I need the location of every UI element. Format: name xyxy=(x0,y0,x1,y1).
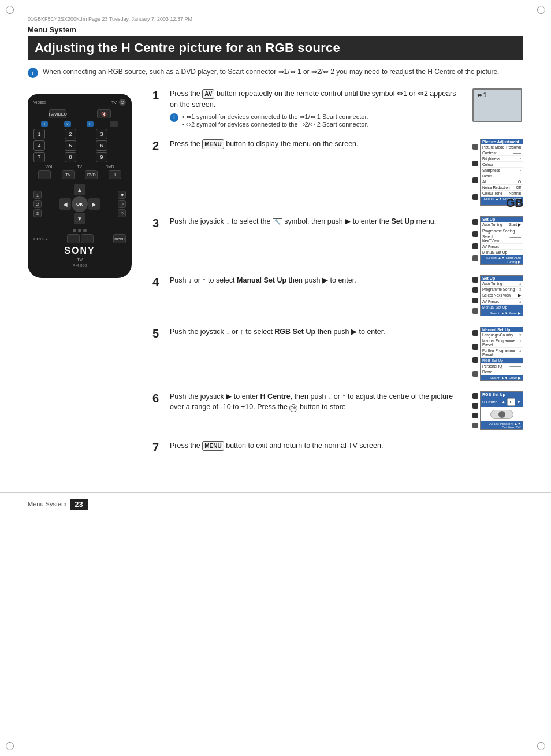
icon-audio-3 xyxy=(472,243,478,249)
setup-menu-1-display: Set Up Auto TuningStart ▶ Programme Sort… xyxy=(480,216,523,265)
icon-audio-4 xyxy=(472,298,478,303)
btn-2-3[interactable]: 2 xyxy=(33,200,42,208)
step-1-text: Press the AV button repeatedly on the re… xyxy=(170,88,466,110)
prog-buttons: − + xyxy=(67,234,94,243)
btn-tv-mode[interactable]: TV xyxy=(62,170,75,179)
btn-video-input[interactable]: TV/VIDEO xyxy=(49,109,66,118)
btn-3-3[interactable]: 3 xyxy=(33,209,42,217)
step-6-text: Push the joystick ▶ to enter H Centre, t… xyxy=(170,391,466,413)
dpad: ▲ ▼ ◀ ▶ OK xyxy=(59,184,100,224)
menu-item-reset: Reset xyxy=(481,173,523,179)
step-6-content: Push the joystick ▶ to enter H Centre, t… xyxy=(170,391,466,413)
icon-pic-3 xyxy=(472,231,478,237)
icon-pic-4 xyxy=(472,287,478,293)
btn-1-2[interactable]: 1 xyxy=(41,121,48,127)
dpad-right[interactable]: ▶ xyxy=(88,198,100,210)
btn-r2[interactable]: ▷ xyxy=(118,200,126,208)
info-box: i When connecting an RGB source, such as… xyxy=(28,68,523,78)
step-1-note-icon: i xyxy=(170,113,178,122)
corner-mark-bl xyxy=(6,742,14,750)
btn-7[interactable]: 7 xyxy=(33,152,45,162)
step-2: 2 Press the MENU button to display the m… xyxy=(152,139,523,206)
power-icon[interactable] xyxy=(119,99,126,106)
step-3-screen-with-icons: Set Up Auto TuningStart ▶ Programme Sort… xyxy=(472,216,523,265)
dpad-left[interactable]: ◀ xyxy=(59,198,71,210)
page-footer: Menu System 23 xyxy=(0,492,551,516)
menu-item-manual-prog-preset: Manual Programme Preset□ xyxy=(481,338,523,348)
btn-8[interactable]: 8 xyxy=(65,152,76,162)
right-controls: ◆ ▷ ◇ xyxy=(118,191,126,217)
remote-model: RM-905 xyxy=(33,264,126,268)
side-icons xyxy=(472,139,478,206)
btn-0[interactable]: 0 xyxy=(87,121,94,127)
menu-item-rgb-setup: RGB Set Up xyxy=(481,358,523,364)
remote-control: VIDEO TV TV/VIDEO 🔇 1 2 xyxy=(28,94,132,278)
menu-item-demo: Demo xyxy=(481,369,523,375)
numpad: 1 2 3 4 5 6 7 8 9 xyxy=(33,129,126,162)
menu-item-colour-tone: Colour ToneNormal xyxy=(481,191,523,197)
btn-menu-remote[interactable]: menu xyxy=(113,234,126,243)
step-7-text: Press the MENU button to exit and return… xyxy=(170,440,523,451)
btn-vol-up[interactable]: + xyxy=(109,170,121,179)
btn-2[interactable]: 2 xyxy=(65,129,76,139)
file-info: 01GBKF50/42SX200K.fm Page 23 Tuesday, Ja… xyxy=(28,16,523,22)
icon-setup-6 xyxy=(472,423,478,428)
menu-item-sharpness: Sharpness· xyxy=(481,168,523,173)
tv-label2: TV xyxy=(77,165,82,169)
btn-4[interactable]: 4 xyxy=(33,140,45,151)
menu-item-av-preset: AV Preset xyxy=(481,244,523,250)
dot-1 xyxy=(73,229,76,232)
step-1-note-text: • ⇔1 symbol for devices connected to the… xyxy=(182,113,368,128)
left-column: VIDEO TV TV/VIDEO 🔇 1 2 xyxy=(28,88,143,465)
info-icon: i xyxy=(28,68,38,78)
source-row: 1 2 0 ← xyxy=(33,121,126,127)
step-1-screen: ⇔ 1 xyxy=(472,88,523,122)
icon-setup-3 xyxy=(472,255,478,261)
menu-title-manual: Manual Set Up xyxy=(481,327,523,332)
icon-setup-5 xyxy=(472,371,478,377)
btn-r1[interactable]: ◆ xyxy=(118,191,126,199)
btn-dvd-mode[interactable]: DVD xyxy=(85,170,98,179)
side-icons-5 xyxy=(472,327,478,381)
menu-item-manual-setup-1: Manual Set Up xyxy=(481,250,523,255)
btn-prev[interactable]: ← xyxy=(110,121,118,127)
menu-item-manual-setup-2: Manual Set Up xyxy=(481,305,523,310)
btn-2-2[interactable]: 2 xyxy=(64,121,71,127)
step-4-content: Push ↓ or ↑ to select Manual Set Up then… xyxy=(170,275,466,286)
btn-5[interactable]: 5 xyxy=(65,140,76,151)
step-1-content: Press the AV button repeatedly on the re… xyxy=(170,88,466,128)
menu-item-ai: AIO xyxy=(481,179,523,185)
btn-1[interactable]: 1 xyxy=(33,129,45,139)
below-dpad-row xyxy=(33,229,126,232)
remote-top-row: VIDEO TV xyxy=(33,99,126,106)
icon-audio-6 xyxy=(472,413,478,418)
step-2-number: 2 xyxy=(152,139,163,153)
dpad-down[interactable]: ▼ xyxy=(74,213,85,224)
btn-9[interactable]: 9 xyxy=(96,152,107,162)
btn-prog-minus[interactable]: − xyxy=(67,234,80,243)
vol-label: VOL xyxy=(45,165,53,169)
step-4-text: Push ↓ or ↑ to select Manual Set Up then… xyxy=(170,275,466,286)
btn-3[interactable]: 3 xyxy=(96,129,107,139)
menu-title-picture: Picture Adjustment xyxy=(481,139,523,144)
btn-1-3[interactable]: 1 xyxy=(33,191,42,199)
right-column: 1 Press the AV button repeatedly on the … xyxy=(152,88,523,465)
slider-track xyxy=(490,410,513,419)
menu-item-prog-sorting-2: Programme Sorting□ xyxy=(481,287,523,292)
dpad-up[interactable]: ▲ xyxy=(74,184,85,195)
btn-r3[interactable]: ◇ xyxy=(118,209,126,217)
corner-mark-tl xyxy=(6,6,14,14)
step-6-number: 6 xyxy=(152,391,163,405)
page-num-box: Menu System 23 xyxy=(28,499,88,510)
side-icons-6 xyxy=(472,391,478,430)
btn-6[interactable]: 6 xyxy=(96,140,107,151)
step-5-screen: Manual Set Up Language/Country□ Manual P… xyxy=(472,327,523,381)
dpad-ok[interactable]: OK xyxy=(72,196,88,212)
page-number: 23 xyxy=(70,499,87,510)
btn-prog-plus[interactable]: + xyxy=(81,234,94,243)
corner-mark-br xyxy=(537,742,545,750)
btn-mute[interactable]: 🔇 xyxy=(97,109,111,118)
btn-vol-down[interactable]: − xyxy=(38,170,51,179)
dvd-label: DVD xyxy=(106,165,114,169)
menu-item-prog-sorting: Programme Sorting xyxy=(481,228,523,234)
